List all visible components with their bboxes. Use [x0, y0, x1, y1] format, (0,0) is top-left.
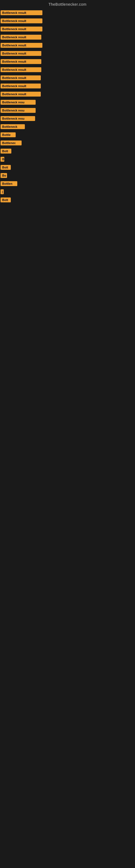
site-title: TheBottlenecker.com — [0, 0, 135, 8]
bar-row-19: Bott — [1, 164, 135, 170]
bottleneck-result-bar[interactable]: Bott — [1, 165, 11, 170]
bar-row-2: Bottleneck result — [1, 26, 135, 32]
bottleneck-result-bar[interactable]: | — [1, 189, 4, 194]
bar-row-17: Bott — [1, 148, 135, 154]
bar-row-8: Bottleneck result — [1, 75, 135, 81]
bar-row-11: Bottleneck resu — [1, 99, 135, 105]
bar-row-9: Bottleneck result — [1, 83, 135, 89]
bottleneck-result-bar[interactable]: Bottleneck result — [1, 27, 42, 31]
bottleneck-result-bar[interactable]: Bottleneck result — [1, 67, 41, 72]
bottleneck-result-bar[interactable]: Bottleneck resu — [1, 108, 36, 113]
bottleneck-result-bar[interactable]: Bottleneck result — [1, 92, 41, 97]
bar-row-1: Bottleneck result — [1, 18, 135, 24]
bottleneck-result-bar[interactable]: Bottleneck result — [1, 19, 42, 23]
bar-row-16: Bottlenec — [1, 140, 135, 146]
bottleneck-result-bar[interactable]: Bottleneck resu — [1, 116, 35, 121]
bottleneck-result-bar[interactable]: Bottleneck result — [1, 75, 41, 80]
bottleneck-result-bar[interactable]: Bottleneck result — [1, 35, 41, 40]
bar-row-15: Bottle — [1, 132, 135, 138]
bar-row-20: Bo — [1, 173, 135, 179]
bar-row-18: B — [1, 156, 135, 162]
bar-row-4: Bottleneck result — [1, 42, 135, 48]
bar-row-3: Bottleneck result — [1, 34, 135, 40]
bottleneck-result-bar[interactable]: Bottle — [1, 132, 16, 137]
bar-row-23: Bott — [1, 197, 135, 203]
bars-container: Bottleneck resultBottleneck resultBottle… — [0, 10, 135, 203]
bottleneck-result-bar[interactable]: Bottleneck result — [1, 51, 41, 56]
bar-row-14: Bottleneck — [1, 124, 135, 130]
bottleneck-result-bar[interactable]: Bottleneck resu — [1, 100, 36, 105]
bottleneck-result-bar[interactable]: Bottleneck result — [1, 84, 41, 88]
bottleneck-result-bar[interactable]: Bottleneck — [1, 124, 25, 129]
bar-row-7: Bottleneck result — [1, 67, 135, 73]
bottleneck-result-bar[interactable]: Bo — [1, 173, 7, 178]
bottleneck-result-bar[interactable]: Bott — [1, 197, 11, 203]
bar-row-12: Bottleneck resu — [1, 107, 135, 113]
bar-row-0: Bottleneck result — [1, 10, 135, 16]
bar-row-13: Bottleneck resu — [1, 116, 135, 122]
bar-row-22: | — [1, 189, 135, 195]
bottleneck-result-bar[interactable]: Bottlen — [1, 181, 17, 186]
bar-row-6: Bottleneck result — [1, 59, 135, 65]
bottleneck-result-bar[interactable]: Bott — [1, 149, 11, 154]
bottleneck-result-bar[interactable]: Bottleneck result — [1, 43, 42, 48]
bar-row-21: Bottlen — [1, 181, 135, 187]
bar-row-5: Bottleneck result — [1, 51, 135, 56]
bottleneck-result-bar[interactable]: B — [1, 157, 4, 162]
bottleneck-result-bar[interactable]: Bottlenec — [1, 141, 21, 145]
bottleneck-result-bar[interactable]: Bottleneck result — [1, 59, 41, 64]
bottleneck-result-bar[interactable]: Bottleneck result — [1, 10, 42, 15]
bar-row-10: Bottleneck result — [1, 91, 135, 97]
